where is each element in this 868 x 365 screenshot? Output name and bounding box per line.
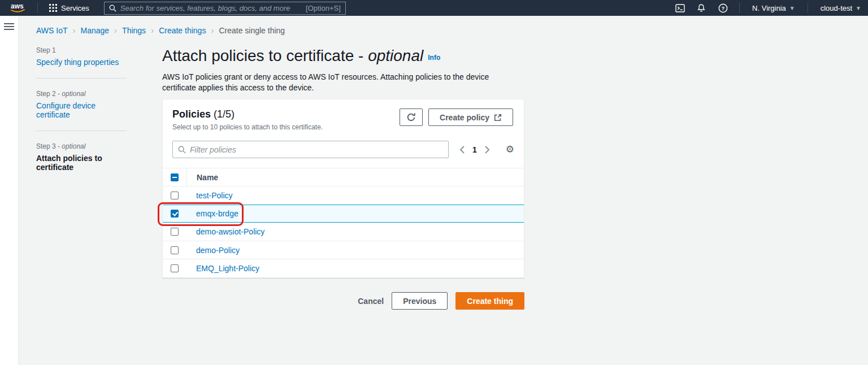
services-grid-icon: [49, 4, 57, 12]
breadcrumb-create-things[interactable]: Create things: [159, 26, 206, 35]
aws-logo-icon: aws: [8, 1, 28, 15]
current-page-number[interactable]: 1: [472, 145, 477, 154]
policy-link[interactable]: emqx-brdge: [196, 209, 238, 218]
global-search-input[interactable]: [120, 4, 306, 12]
refresh-button[interactable]: [400, 108, 423, 126]
row-checkbox[interactable]: [171, 192, 179, 199]
breadcrumb-aws-iot[interactable]: AWS IoT: [36, 26, 68, 35]
row-checkbox[interactable]: [171, 246, 179, 254]
search-icon: [109, 5, 116, 12]
table-row[interactable]: test-Policy: [163, 186, 524, 205]
search-icon: [178, 146, 186, 154]
content-area: AWS IoT › Manage › Things › Create thing…: [19, 16, 868, 365]
chevron-down-icon: ▼: [856, 5, 861, 11]
step-2-label: Step 2 - optional: [36, 90, 127, 98]
info-link[interactable]: Info: [428, 54, 440, 62]
step-3-label: Step 3 - optional: [36, 142, 127, 150]
services-menu-button[interactable]: Services: [44, 0, 95, 16]
breadcrumb-separator: ›: [151, 25, 154, 35]
account-menu[interactable]: cloud-test ▼: [814, 0, 868, 16]
svg-text:?: ?: [721, 5, 724, 11]
panel-subtitle: Select up to 10 policies to attach to th…: [172, 123, 323, 131]
global-search-box[interactable]: [Option+S]: [104, 2, 346, 15]
step-divider: [36, 131, 127, 131]
create-policy-label: Create policy: [440, 113, 489, 122]
breadcrumb: AWS IoT › Manage › Things › Create thing…: [36, 25, 868, 35]
step-1-label: Step 1: [36, 46, 127, 54]
search-shortcut-hint: [Option+S]: [306, 4, 341, 12]
top-navigation-bar: aws Services [Option+S]: [0, 0, 868, 16]
chevron-down-icon: ▼: [789, 5, 795, 11]
row-checkbox-checked[interactable]: [171, 210, 179, 218]
row-checkbox[interactable]: [171, 228, 179, 236]
main-column: Attach policies to certificate - optiona…: [162, 46, 524, 310]
wizard-steps-sidebar: Step 1 Specify thing properties Step 2 -…: [36, 46, 127, 310]
policy-link[interactable]: demo-awsiot-Policy: [196, 227, 264, 236]
side-navigation-strip: [0, 16, 19, 365]
table-row[interactable]: demo-Policy: [163, 241, 524, 259]
menu-toggle-button[interactable]: [4, 23, 14, 365]
breadcrumb-create-single-thing: Create single thing: [219, 26, 285, 35]
create-thing-button[interactable]: Create thing: [455, 292, 524, 310]
breadcrumb-things[interactable]: Things: [122, 26, 146, 35]
help-icon: ?: [718, 3, 728, 13]
nav-divider: [37, 3, 38, 13]
svg-text:aws: aws: [11, 2, 24, 10]
breadcrumb-separator: ›: [211, 25, 214, 35]
step-3-optional: optional: [62, 142, 85, 150]
name-column-header: Name: [186, 168, 524, 186]
policies-panel: Policies (1/5) Select up to 10 policies …: [162, 99, 524, 278]
select-all-checkbox[interactable]: [171, 173, 179, 181]
refresh-icon: [406, 112, 416, 122]
cloudshell-button[interactable]: [669, 0, 691, 16]
cancel-button[interactable]: Cancel: [358, 297, 384, 306]
next-page-button[interactable]: [483, 145, 492, 155]
create-policy-button[interactable]: Create policy: [428, 108, 513, 126]
panel-title: Policies (1/5): [172, 108, 323, 120]
table-preferences-button[interactable]: ⚙: [506, 145, 514, 154]
policies-table-body: test-Policy emqx-brdge demo-awsiot-Polic…: [163, 186, 524, 277]
external-link-icon: [494, 114, 502, 121]
filter-row: 1 ⚙: [163, 131, 524, 168]
region-label: N. Virginia: [752, 4, 786, 12]
bell-icon: [697, 3, 706, 13]
page-title: Attach policies to certificate - optiona…: [162, 46, 524, 67]
aws-logo[interactable]: aws: [0, 1, 32, 15]
breadcrumb-separator: ›: [114, 25, 117, 35]
wizard-footer-actions: Cancel Previous Create thing: [162, 292, 524, 310]
step-2-optional: optional: [62, 90, 85, 98]
nav-divider: [808, 3, 808, 13]
table-footer: [163, 277, 524, 277]
panel-count: (1/5): [214, 108, 235, 120]
table-header-row: Name: [163, 168, 524, 186]
notifications-button[interactable]: [691, 0, 712, 16]
help-button[interactable]: ?: [712, 0, 734, 16]
row-checkbox[interactable]: [171, 264, 179, 272]
step-2-link[interactable]: Configure device certificate: [36, 101, 127, 119]
breadcrumb-manage[interactable]: Manage: [81, 26, 110, 35]
chevron-right-icon: [484, 146, 491, 154]
nav-divider: [739, 3, 740, 13]
pagination: 1: [458, 145, 492, 155]
policy-link[interactable]: test-Policy: [196, 191, 233, 200]
cloudshell-terminal-icon: [675, 4, 685, 12]
previous-button[interactable]: Previous: [392, 292, 448, 310]
page-description: AWS IoT policies grant or deny access to…: [162, 72, 519, 93]
account-label: cloud-test: [821, 4, 852, 12]
services-label: Services: [61, 4, 89, 12]
breadcrumb-separator: ›: [73, 25, 76, 35]
table-row[interactable]: demo-awsiot-Policy: [163, 223, 524, 241]
region-selector[interactable]: N. Virginia ▼: [745, 0, 802, 16]
chevron-left-icon: [459, 146, 466, 154]
policy-link[interactable]: EMQ_Light-Policy: [196, 264, 259, 273]
table-row[interactable]: EMQ_Light-Policy: [163, 259, 524, 277]
step-1-link[interactable]: Specify thing properties: [36, 58, 127, 67]
table-row-selected[interactable]: emqx-brdge: [163, 205, 524, 223]
filter-policies-box[interactable]: [172, 141, 449, 158]
panel-header: Policies (1/5) Select up to 10 policies …: [163, 99, 524, 131]
step-3-current: Attach policies to certificate: [36, 154, 127, 172]
filter-policies-input[interactable]: [190, 145, 443, 154]
policy-link[interactable]: demo-Policy: [196, 246, 240, 255]
hamburger-icon: [4, 23, 14, 31]
previous-page-button[interactable]: [458, 145, 467, 155]
